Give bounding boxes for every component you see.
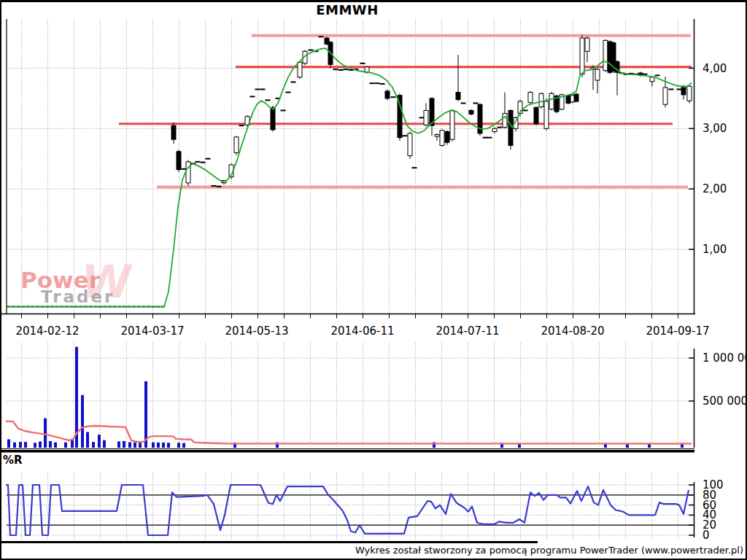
wr-line — [6, 485, 689, 535]
svg-text:0: 0 — [703, 529, 710, 542]
svg-text:2014-07-11: 2014-07-11 — [436, 324, 499, 338]
axes — [1, 19, 695, 537]
footer-separator — [0, 541, 538, 543]
candlestick-series — [171, 35, 692, 187]
svg-text:2014-06-11: 2014-06-11 — [330, 324, 394, 338]
svg-text:2,00: 2,00 — [703, 182, 727, 195]
svg-text:1 000 000: 1 000 000 — [703, 351, 747, 365]
volume-wr-separator — [0, 450, 694, 453]
wr-indicator-label: %R — [3, 454, 23, 467]
svg-text:2014-02-12: 2014-02-12 — [15, 324, 79, 338]
footer-credit: Wykres został stworzony za pomocą progra… — [355, 545, 743, 556]
powertrader-chart-window: 4,003,002,001,002014-02-122014-03-172014… — [0, 0, 747, 560]
window-border — [1, 1, 746, 559]
svg-text:2014-08-20: 2014-08-20 — [541, 324, 604, 338]
volume-bars — [7, 347, 684, 448]
svg-text:2014-09-17: 2014-09-17 — [646, 324, 709, 338]
svg-text:2014-05-13: 2014-05-13 — [225, 324, 288, 338]
chart-title: EMMWH — [0, 2, 694, 18]
price-ma-line — [7, 48, 692, 306]
chart-canvas: 4,003,002,001,002014-02-122014-03-172014… — [0, 0, 747, 560]
svg-text:4,00: 4,00 — [703, 62, 727, 75]
svg-text:1,00: 1,00 — [703, 243, 727, 256]
svg-text:3,00: 3,00 — [703, 122, 727, 135]
gridlines — [7, 19, 693, 540]
volume-ma-line — [6, 421, 692, 444]
svg-text:2014-03-17: 2014-03-17 — [120, 324, 184, 338]
svg-text:500 000: 500 000 — [703, 394, 747, 408]
